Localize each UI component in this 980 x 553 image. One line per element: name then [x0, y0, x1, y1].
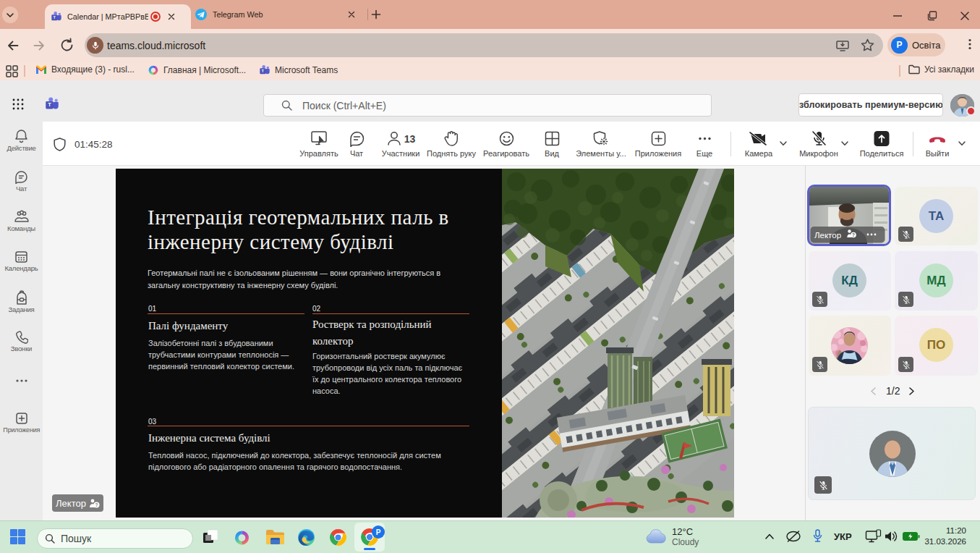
svg-text:T: T: [54, 15, 56, 20]
svg-text:Лектор: Лектор: [814, 231, 841, 240]
svg-text:?: ?: [95, 502, 98, 507]
svg-text:?: ?: [852, 232, 855, 237]
svg-text:T: T: [262, 69, 265, 73]
